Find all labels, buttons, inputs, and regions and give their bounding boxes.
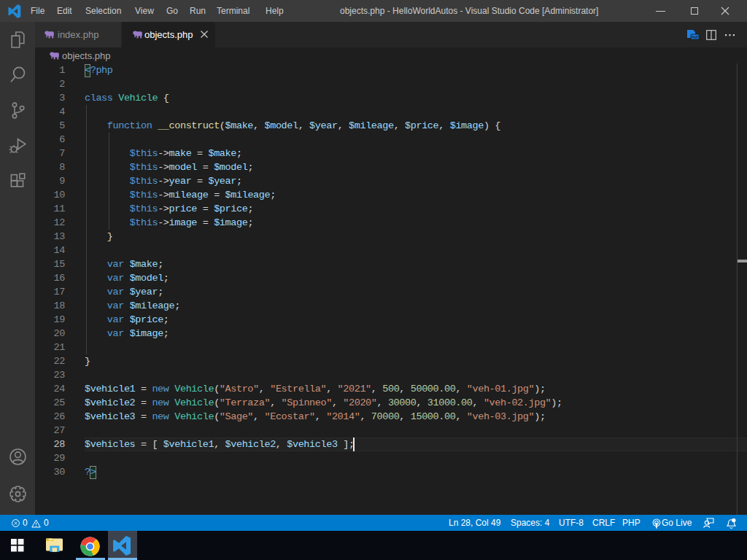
svg-text:PHP: PHP (692, 35, 699, 39)
